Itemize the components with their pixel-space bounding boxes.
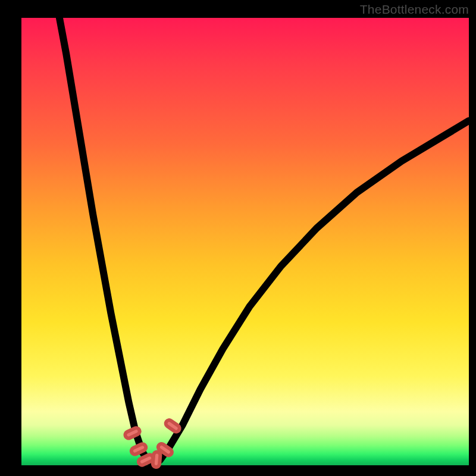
curve-left-branch [60,18,152,464]
trough-marker [164,419,180,433]
trough-marker [152,452,160,467]
plot-area [21,18,469,465]
chart-frame: TheBottleneck.com [0,0,476,476]
curve-layer [21,18,469,465]
watermark-text: TheBottleneck.com [360,2,469,17]
curve-right-branch [155,121,469,465]
